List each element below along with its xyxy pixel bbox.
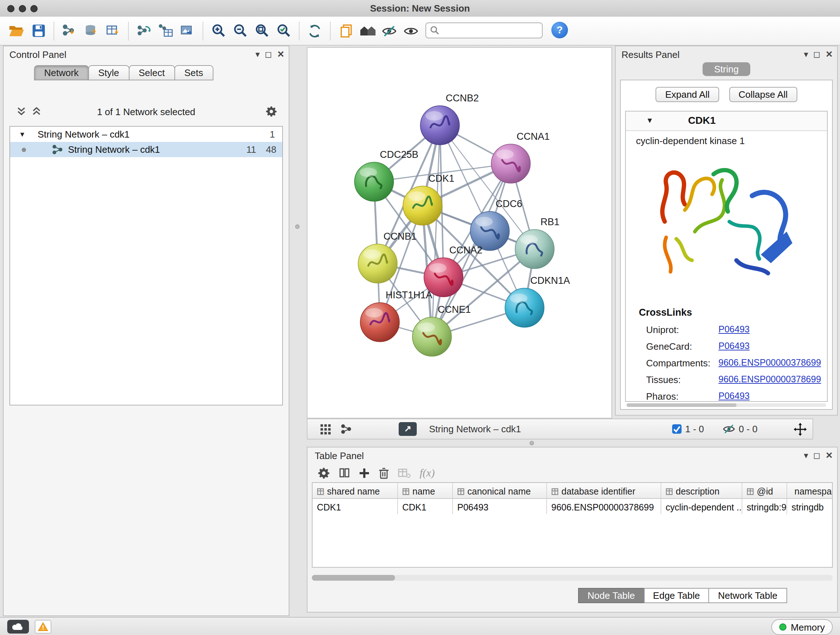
crosslink-row: Compartments: 9606.ENSP00000378699 [626,358,827,374]
protein-collapse-icon[interactable]: ▾ [647,115,652,125]
tab-network-table[interactable]: Network Table [709,588,787,603]
network-node-cdk1[interactable]: CDK1 [403,173,454,225]
network-collection-row[interactable]: ▾ String Network – cdk1 1 [10,127,282,142]
crosslink-tissues-link[interactable]: 9606.ENSP00000378699 [718,374,821,385]
open-session-icon[interactable] [7,21,26,41]
save-session-icon[interactable] [29,21,48,41]
zoom-selected-icon[interactable] [274,21,293,41]
table-row[interactable]: CDK1 CDK1 P06493 9606.ENSP00000378699 cy… [313,499,832,514]
network-node-ccnb1[interactable]: CCNB1 [358,231,417,283]
search-input[interactable] [425,22,543,38]
network-options-gear-icon[interactable] [265,106,277,117]
network-edge-count: 48 [266,142,276,157]
crosslink-genecard-link[interactable]: P06493 [718,341,750,351]
scrollbar-thumb[interactable] [312,575,395,581]
collection-count: 1 [270,127,275,142]
column-header-namespace[interactable]: namespac [787,483,832,498]
refresh-icon[interactable] [305,21,324,41]
tab-sets[interactable]: Sets [174,65,213,80]
network-row-selected[interactable]: String Network – cdk1 11 48 [10,142,282,157]
export-image-icon[interactable] [178,21,197,41]
protein-section-header[interactable]: ▾ CDK1 [626,111,827,131]
network-node-rb1[interactable]: RB1 [515,217,560,269]
network-node-cdkn1a[interactable]: CDKN1A [505,275,570,327]
selected-checkbox-icon[interactable] [672,424,682,434]
column-header-shared-name[interactable]: shared name [313,483,398,498]
collapse-all-button[interactable]: Collapse All [729,87,797,102]
cell-canonical-name[interactable]: P06493 [453,499,547,514]
import-database-icon[interactable] [82,21,101,41]
zoom-in-icon[interactable] [209,21,228,41]
help-button[interactable]: ? [551,22,568,38]
network-table-icon[interactable] [156,21,175,41]
table-settings-gear-icon[interactable] [317,467,330,479]
tab-edge-table[interactable]: Edge Table [644,588,709,603]
cell-description[interactable]: cyclin-dependent ... [661,499,742,514]
warning-button[interactable] [35,620,51,633]
network-share-view-icon[interactable] [341,419,352,439]
fit-content-crosshair-icon[interactable] [794,419,807,439]
zoom-out-icon[interactable] [231,21,249,41]
collection-expander-icon[interactable]: ▾ [20,127,24,142]
tab-network[interactable]: Network [34,65,88,80]
birds-eye-view-button[interactable]: ↗ [399,422,417,436]
network-canvas[interactable]: CCNB2CCNA1CDC25BCDK1CDC6RB1CCNB1CCNA2CDK… [307,47,612,418]
column-header-name[interactable]: name [398,483,453,498]
table-panel-float-icon[interactable]: ◻ [813,450,821,461]
add-column-icon[interactable] [359,467,370,478]
control-panel-close-icon[interactable]: ✕ [277,49,284,59]
cell-database-identifier[interactable]: 9606.ENSP00000378699 [547,499,661,514]
table-horizontal-scrollbar[interactable] [312,575,833,581]
node-table: shared name name canonical name database… [312,482,833,568]
results-panel-close-icon[interactable]: ✕ [826,49,833,59]
copy-document-icon[interactable] [336,21,355,41]
control-panel-float-icon[interactable]: ◻ [265,49,272,59]
node-label-ccna1: CCNA1 [516,131,550,142]
import-table-icon[interactable] [103,21,122,41]
table-panel-menu-icon[interactable]: ▾ [804,450,808,461]
grid-view-icon[interactable] [321,419,331,439]
crosslink-compartments-link[interactable]: 9606.ENSP00000378699 [718,358,821,368]
column-header-canonical-name[interactable]: canonical name [453,483,547,498]
cloud-button[interactable] [7,620,29,633]
string-tab[interactable]: String [703,62,750,76]
results-panel-float-icon[interactable]: ◻ [813,49,821,59]
function-builder-icon[interactable]: f(x) [420,467,435,479]
cell-shared-name[interactable]: CDK1 [313,499,398,514]
tab-select[interactable]: Select [128,65,175,80]
new-network-icon[interactable] [134,21,153,41]
cell-id[interactable]: stringdb:9... [742,499,787,514]
network-node-ccnb2[interactable]: CCNB2 [420,93,479,145]
network-view-toolbar: ↗ String Network – cdk1 1 - 0 0 - 0 [307,418,813,440]
zoom-fit-icon[interactable] [253,21,271,41]
results-horizontal-scrollbar[interactable] [627,403,826,407]
import-network-icon[interactable] [60,21,79,41]
column-header-id[interactable]: @id [742,483,787,498]
tab-node-table[interactable]: Node Table [578,588,644,603]
control-panel-menu-icon[interactable]: ▾ [256,49,260,59]
crosslink-pharos-link[interactable]: P06493 [718,391,750,401]
column-header-database-identifier[interactable]: database identifier [547,483,661,498]
bottom-splitter-handle[interactable] [530,441,534,445]
memory-button[interactable]: Memory [771,619,833,635]
network-home-icon[interactable] [358,21,377,41]
delete-column-icon[interactable] [378,467,389,479]
show-all-icon[interactable] [401,21,420,41]
column-header-description[interactable]: description [661,483,742,498]
expand-all-button[interactable]: Expand All [656,87,719,102]
network-node-ccna1[interactable]: CCNA1 [491,131,550,183]
cell-name[interactable]: CDK1 [398,499,453,514]
tab-style[interactable]: Style [88,65,129,80]
left-splitter-handle[interactable] [295,225,300,229]
show-columns-icon[interactable] [339,467,350,478]
delete-table-icon[interactable] [398,467,411,478]
network-node-ccne1[interactable]: CCNE1 [412,304,471,356]
table-panel-close-icon[interactable]: ✕ [826,450,833,461]
table-panel-title: Table Panel [315,450,364,461]
titlebar: Session: New Session [0,0,840,17]
hidden-eye-icon[interactable] [723,424,735,434]
results-panel-menu-icon[interactable]: ▾ [804,49,808,59]
hide-unselected-icon[interactable] [380,21,399,41]
crosslink-uniprot-link[interactable]: P06493 [718,325,750,334]
cell-namespace[interactable]: stringdb [787,499,832,514]
